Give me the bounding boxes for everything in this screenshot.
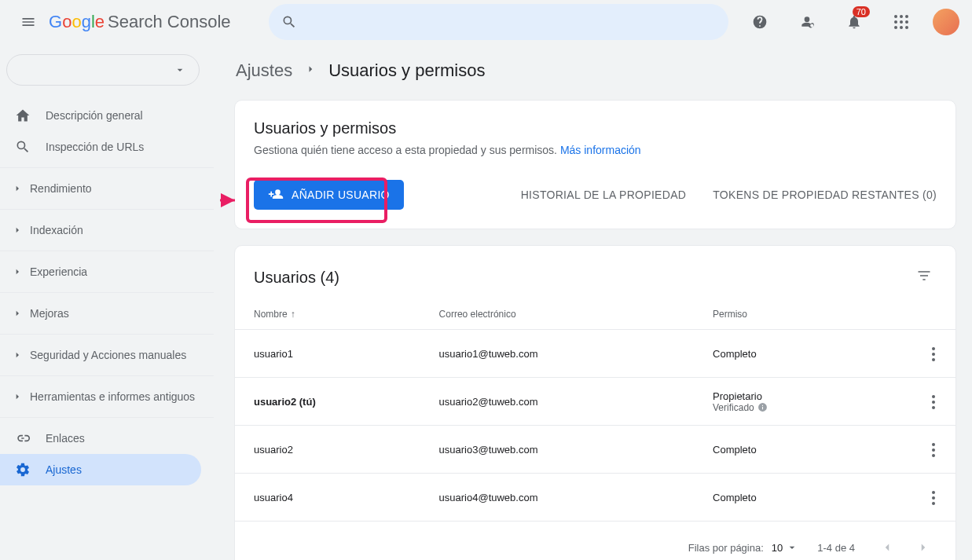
user-permission-cell: PropietarioVerificado <box>703 378 898 426</box>
row-menu-cell <box>898 426 955 474</box>
next-page-button[interactable] <box>910 534 937 560</box>
section-title: Usuarios y permisos <box>254 119 937 137</box>
table-row: usuario4usuario4@tuweb.comCompleto <box>235 474 955 522</box>
product-logo: Google Search Console <box>49 12 231 32</box>
breadcrumb: Ajustes Usuarios y permisos <box>236 60 956 81</box>
sidebar-item-overview[interactable]: Descripción general <box>0 100 201 131</box>
sidebar-group-security[interactable]: Seguridad y Acciones manuales <box>6 339 214 371</box>
row-actions-menu[interactable] <box>927 486 940 510</box>
users-table-title: Usuarios (4) <box>254 269 339 287</box>
chevron-right-icon <box>11 390 25 403</box>
property-selector[interactable] <box>6 54 200 86</box>
sidebar-item-settings[interactable]: Ajustes <box>0 454 201 485</box>
property-history-button[interactable]: HISTORIAL DE LA PROPIEDAD <box>521 188 687 201</box>
table-row: usuario2usuario3@tuweb.comCompleto <box>235 426 955 474</box>
info-icon <box>757 402 768 412</box>
row-actions-menu[interactable] <box>927 390 940 414</box>
row-menu-cell <box>898 378 955 426</box>
sidebar-group-indexing[interactable]: Indexación <box>6 214 214 246</box>
help-icon[interactable] <box>744 6 776 38</box>
gear-icon <box>14 462 31 478</box>
chevron-down-icon <box>174 64 186 76</box>
home-icon <box>14 108 31 123</box>
breadcrumb-current: Usuarios y permisos <box>328 60 485 81</box>
chevron-right-icon <box>11 182 25 195</box>
chevron-down-icon <box>786 541 798 554</box>
search-icon <box>14 139 31 155</box>
chevron-right-icon <box>11 349 25 361</box>
topbar: Google Search Console 70 <box>0 0 972 43</box>
notification-badge: 70 <box>853 6 870 17</box>
row-actions-menu[interactable] <box>927 342 940 366</box>
sidebar-item-label: Inspección de URLs <box>46 141 144 153</box>
user-email-cell: usuario1@tuweb.com <box>430 330 703 378</box>
pagination-range: 1-4 de 4 <box>817 542 855 554</box>
breadcrumb-parent[interactable]: Ajustes <box>236 60 292 81</box>
sidebar: Descripción general Inspección de URLs R… <box>0 43 220 560</box>
user-name-cell: usuario4 <box>235 474 430 522</box>
sidebar-item-label: Ajustes <box>46 463 82 476</box>
annotation-arrow <box>220 188 244 212</box>
users-permissions-section: Usuarios y permisos Gestiona quién tiene… <box>234 100 956 229</box>
sidebar-group-experience[interactable]: Experiencia <box>6 256 214 287</box>
sidebar-item-label: Descripción general <box>46 109 143 122</box>
search-icon <box>281 14 297 30</box>
hamburger-menu-icon[interactable] <box>13 6 44 38</box>
chevron-right-icon <box>916 540 930 555</box>
notifications-icon[interactable]: 70 <box>838 6 870 38</box>
remaining-tokens-button[interactable]: TOKENS DE PROPIEDAD RESTANTES (0) <box>713 188 937 201</box>
user-permission-cell: Completo <box>703 474 898 522</box>
section-subtitle: Gestiona quién tiene acceso a esta propi… <box>254 144 937 156</box>
row-menu-cell <box>898 474 955 522</box>
user-email-cell: usuario2@tuweb.com <box>430 378 703 426</box>
column-header-permission[interactable]: Permiso <box>703 295 898 330</box>
users-table: Nombre↑ Correo electrónico Permiso usuar… <box>235 295 955 521</box>
user-name-cell: usuario2 <box>235 426 430 474</box>
user-management-icon[interactable] <box>791 6 823 38</box>
user-name-cell: usuario2 (tú) <box>235 378 430 426</box>
apps-grid-icon[interactable] <box>886 6 917 38</box>
sort-asc-icon: ↑ <box>291 309 295 320</box>
sidebar-item-label: Enlaces <box>46 432 85 445</box>
column-header-email[interactable]: Correo electrónico <box>430 295 703 330</box>
main-content: Ajustes Usuarios y permisos Usuarios y p… <box>220 43 972 560</box>
user-permission-cell: Completo <box>703 330 898 378</box>
chevron-right-icon <box>11 265 25 278</box>
rows-per-page-label: Filas por página: <box>688 542 764 554</box>
links-icon <box>14 430 31 446</box>
table-row: usuario2 (tú)usuario2@tuweb.comPropietar… <box>235 378 955 426</box>
chevron-left-icon <box>880 540 894 555</box>
sidebar-group-enhancements[interactable]: Mejoras <box>6 298 214 329</box>
chevron-right-icon <box>11 224 25 236</box>
user-avatar[interactable] <box>933 9 959 35</box>
sidebar-group-performance[interactable]: Rendimiento <box>6 173 214 204</box>
filter-icon[interactable] <box>911 263 937 291</box>
user-name-cell: usuario1 <box>235 330 430 378</box>
table-footer: Filas por página: 10 1-4 de 4 <box>235 521 955 560</box>
sidebar-group-legacy-tools[interactable]: Herramientas e informes antiguos <box>6 381 214 412</box>
user-permission-cell: Completo <box>703 426 898 474</box>
table-row: usuario1usuario1@tuweb.comCompleto <box>235 330 955 378</box>
sidebar-item-links[interactable]: Enlaces <box>0 423 201 454</box>
search-input[interactable] <box>269 4 728 40</box>
row-menu-cell <box>898 330 955 378</box>
column-header-name[interactable]: Nombre↑ <box>235 295 430 330</box>
sidebar-item-url-inspection[interactable]: Inspección de URLs <box>0 131 201 163</box>
users-table-card: Usuarios (4) Nombre↑ Correo electrónico … <box>234 245 956 560</box>
user-email-cell: usuario3@tuweb.com <box>430 426 703 474</box>
chevron-right-icon <box>303 62 317 80</box>
row-actions-menu[interactable] <box>927 438 940 462</box>
prev-page-button[interactable] <box>874 534 900 560</box>
user-email-cell: usuario4@tuweb.com <box>430 474 703 522</box>
more-info-link[interactable]: Más información <box>560 144 641 156</box>
add-user-button[interactable]: AÑADIR USUARIO <box>254 180 404 210</box>
chevron-right-icon <box>11 307 25 320</box>
add-user-icon <box>268 187 284 203</box>
rows-per-page-selector[interactable]: 10 <box>772 541 798 554</box>
